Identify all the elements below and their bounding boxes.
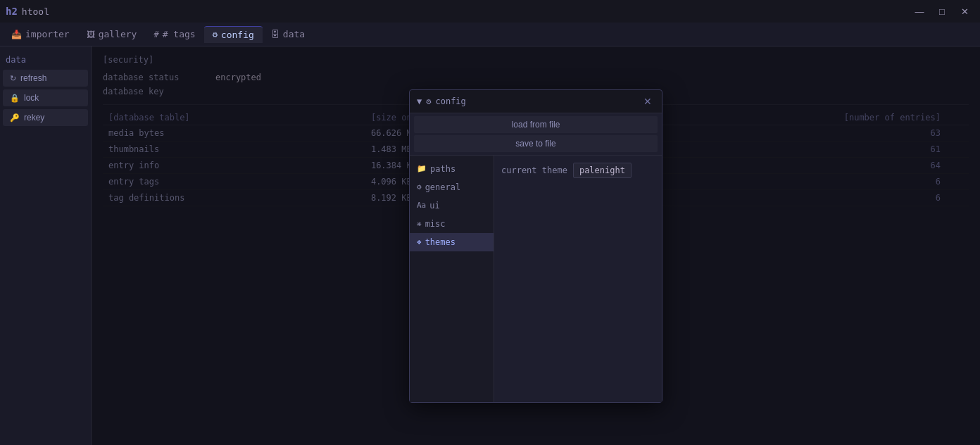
app-icon: h2 [6, 6, 18, 17]
tab-config-label: config [221, 30, 254, 40]
paths-icon: 📁 [417, 164, 427, 173]
modal-item-themes[interactable]: ❖ themes [410, 233, 494, 251]
title-bar: h2 htool — □ ✕ [0, 0, 980, 23]
app-title: h2 htool [6, 6, 49, 17]
sidebar: data ↻ refresh 🔒 lock 🔑 rekey [0, 46, 92, 445]
current-theme-row: current theme palenight [501, 163, 655, 178]
importer-icon: 📥 [11, 30, 22, 39]
minimize-button[interactable]: — [910, 3, 929, 20]
app-name: htool [22, 6, 49, 17]
refresh-label: refresh [20, 73, 46, 83]
tab-data[interactable]: 🗄 data [263, 26, 313, 42]
rekey-button[interactable]: 🔑 rekey [3, 109, 88, 126]
save-to-file-button[interactable]: save to file [414, 135, 658, 152]
rekey-icon: 🔑 [10, 113, 20, 123]
modal-body: 📁 paths ⚙ general Aa ui ❋ [410, 156, 662, 402]
maximize-button[interactable]: □ [932, 3, 952, 20]
window-controls: — □ ✕ [910, 3, 974, 20]
main-layout: data ↻ refresh 🔒 lock 🔑 rekey [security]… [0, 46, 980, 445]
general-label: general [425, 182, 461, 192]
modal-filter-icon: ▼ [417, 96, 422, 106]
tags-icon: # [153, 30, 158, 39]
modal-title-icon: ⚙ [426, 96, 431, 106]
modal-title-text: config [435, 96, 465, 106]
modal-overlay: ▼ ⚙ config ✕ load from file save to file [92, 46, 980, 445]
lock-icon: 🔒 [10, 94, 20, 103]
modal-item-general[interactable]: ⚙ general [410, 178, 494, 196]
modal-titlebar: ▼ ⚙ config ✕ [410, 90, 662, 113]
themes-icon: ❖ [417, 237, 422, 246]
refresh-icon: ↻ [10, 74, 16, 83]
tab-config[interactable]: ⚙ config [204, 26, 263, 43]
modal-content-area: current theme palenight [494, 156, 662, 402]
tab-gallery-label: gallery [99, 29, 137, 39]
data-icon: 🗄 [271, 30, 279, 39]
modal-item-ui[interactable]: Aa ui [410, 196, 494, 215]
tab-data-label: data [283, 29, 305, 39]
modal-sidebar: 📁 paths ⚙ general Aa ui ❋ [410, 156, 494, 402]
modal-close-button[interactable]: ✕ [641, 94, 655, 108]
paths-label: paths [430, 164, 456, 174]
config-icon: ⚙ [213, 30, 218, 39]
tab-tags[interactable]: # # tags [145, 26, 203, 42]
refresh-button[interactable]: ↻ refresh [3, 70, 88, 87]
gallery-icon: 🖼 [87, 30, 95, 39]
config-modal: ▼ ⚙ config ✕ load from file save to file [409, 89, 662, 403]
tab-importer-label: importer [25, 29, 70, 39]
sidebar-label: data [0, 52, 91, 68]
ui-label: ui [429, 201, 439, 211]
lock-button[interactable]: 🔒 lock [3, 89, 88, 106]
tab-gallery[interactable]: 🖼 gallery [78, 26, 146, 42]
modal-item-paths[interactable]: 📁 paths [410, 160, 494, 178]
modal-title-left: ▼ ⚙ config [417, 96, 466, 106]
modal-item-misc[interactable]: ❋ misc [410, 215, 494, 233]
current-theme-label: current theme [501, 165, 567, 175]
ui-icon: Aa [417, 201, 426, 210]
current-theme-value[interactable]: palenight [573, 163, 632, 178]
close-button[interactable]: ✕ [955, 3, 974, 20]
modal-actions: load from file save to file [410, 113, 662, 156]
misc-icon: ❋ [417, 219, 422, 228]
tab-tags-label: # tags [163, 29, 196, 39]
lock-label: lock [24, 93, 39, 103]
general-icon: ⚙ [417, 182, 422, 192]
tab-importer[interactable]: 📥 importer [3, 26, 78, 42]
rekey-label: rekey [24, 113, 44, 123]
load-from-file-button[interactable]: load from file [414, 116, 658, 133]
content-area: [security] database status encrypted dat… [92, 46, 980, 445]
tab-bar: 📥 importer 🖼 gallery # # tags ⚙ config 🗄… [0, 23, 980, 46]
themes-label: themes [425, 237, 456, 247]
misc-label: misc [425, 219, 446, 229]
